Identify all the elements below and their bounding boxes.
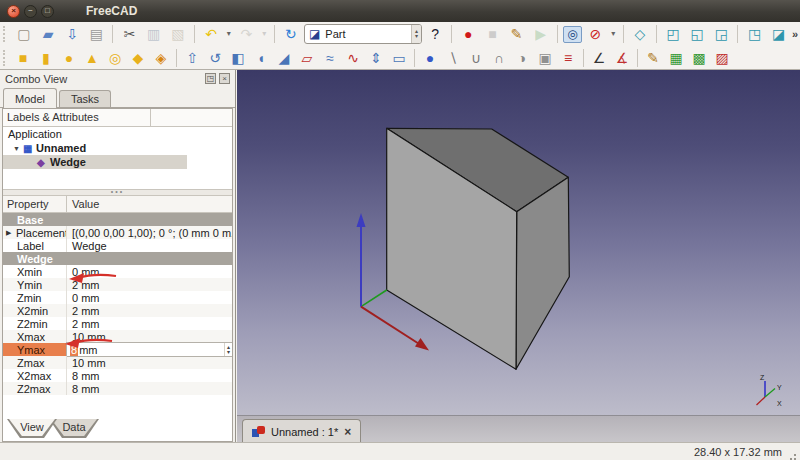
part-thickness-button[interactable]: ▭ — [388, 48, 410, 68]
property-row-zmin[interactable]: Zmin0 mm — [3, 291, 232, 304]
property-value: 8 mm — [67, 382, 232, 395]
property-row-xmin[interactable]: Xmin0 mm — [3, 265, 232, 278]
save-document-button[interactable]: ⇩ — [61, 24, 83, 44]
property-row-x2max[interactable]: X2max8 mm — [3, 369, 232, 382]
measure-toggle-3d-button[interactable]: ▩ — [688, 48, 710, 68]
editor-unit-text: mm — [79, 344, 97, 356]
tree-item-application[interactable]: Application — [3, 127, 232, 141]
view-right-button[interactable]: ◲ — [710, 24, 732, 44]
property-group-label: Wedge — [3, 252, 53, 265]
refresh-button[interactable]: ↻ — [280, 24, 302, 44]
window-close-button[interactable]: × — [7, 5, 20, 18]
part-create-primitives-button[interactable]: ◆ — [127, 48, 149, 68]
property-row-label[interactable]: LabelWedge — [3, 239, 232, 252]
measure-linear-button[interactable]: ∠ — [588, 48, 610, 68]
view-fit-all-button[interactable]: ◎ — [563, 26, 583, 43]
view-rear-button[interactable]: ◳ — [743, 24, 765, 44]
toolbar-overflow-button[interactable]: » — [792, 28, 798, 40]
property-row-ymin[interactable]: Ymin2 mm — [3, 278, 232, 291]
view-front-button[interactable]: ◰ — [662, 24, 684, 44]
panel-float-icon[interactable]: ◳ — [205, 73, 216, 84]
workbench-selector-spinner[interactable]: ▴▾ — [411, 25, 421, 43]
property-row-x2min[interactable]: X2min2 mm — [3, 304, 232, 317]
property-row-z2max[interactable]: Z2max8 mm — [3, 382, 232, 395]
document-tab-close-icon[interactable]: × — [344, 425, 351, 439]
part-ruled-surface-button[interactable]: ▱ — [296, 48, 318, 68]
part-boolean-button[interactable]: ● — [419, 48, 441, 68]
part-extrude-button[interactable]: ⇧ — [181, 48, 203, 68]
measure-angular-button[interactable]: ∡ — [611, 48, 633, 68]
tab-tasks[interactable]: Tasks — [59, 90, 111, 108]
whats-this-button[interactable]: ? — [424, 24, 446, 44]
toolbar-separator — [583, 49, 584, 67]
part-shape-builder-button[interactable]: ◈ — [150, 48, 172, 68]
toolbar-drag-handle[interactable] — [3, 50, 8, 66]
tree-item-wedge[interactable]: ◆ Wedge — [3, 155, 187, 169]
panel-splitter[interactable]: ••• — [3, 189, 232, 196]
tree-expander-icon[interactable]: ▼ — [13, 145, 23, 152]
macro-play-button: ▶ — [530, 24, 552, 44]
expander-icon[interactable]: ▶ — [6, 229, 16, 237]
part-torus-button[interactable]: ◎ — [104, 48, 126, 68]
macro-edit-button[interactable]: ✎ — [505, 24, 527, 44]
print-button[interactable]: ▤ — [85, 24, 107, 44]
property-group-base: Base — [3, 213, 232, 226]
part-loft-button[interactable]: ≈ — [319, 48, 341, 68]
panel-close-icon[interactable]: × — [219, 73, 230, 84]
property-row-z2min[interactable]: Z2min2 mm — [3, 317, 232, 330]
part-box-button[interactable]: ■ — [12, 48, 34, 68]
title-bar: × − □ FreeCAD — [0, 0, 800, 23]
value-spinner[interactable]: ▴▾ — [224, 343, 232, 356]
part-fillet-button[interactable]: ◖ — [250, 48, 272, 68]
property-row-xmax[interactable]: Xmax10 mm — [3, 330, 232, 343]
part-workbench-cube-icon: ◪ — [309, 27, 320, 41]
new-document-button[interactable]: ▢ — [13, 24, 35, 44]
toolbar-separator — [637, 49, 638, 67]
measure-refresh-button[interactable]: ✎ — [642, 48, 664, 68]
view-axonometric-button[interactable]: ◇ — [629, 24, 651, 44]
part-compound-button[interactable]: ▣ — [534, 48, 556, 68]
part-union-button[interactable]: ∪ — [465, 48, 487, 68]
property-name: Ymin — [17, 279, 42, 291]
window-title: FreeCAD — [86, 4, 137, 18]
draw-style-button[interactable]: ⊘ — [584, 24, 606, 44]
view-top-button[interactable]: ◱ — [686, 24, 708, 44]
part-cylinder-button[interactable]: ▮ — [35, 48, 57, 68]
property-value: 2 mm — [67, 304, 232, 317]
draw-style-dropdown-button[interactable]: ▾ — [609, 24, 618, 44]
property-value-editor[interactable]: 8 mm▴▾ — [67, 343, 232, 356]
part-revolve-button[interactable]: ↺ — [204, 48, 226, 68]
part-section-button[interactable]: ◑ — [511, 48, 533, 68]
3d-viewport[interactable]: Z Y X — [237, 70, 800, 415]
part-cone-button[interactable]: ▲ — [81, 48, 103, 68]
property-row-placement[interactable]: ▶Placement[(0,00 0,00 1,00); 0 °; (0 mm … — [3, 226, 232, 239]
tree-item-unnamed[interactable]: ▼ ▦ Unnamed — [3, 141, 232, 155]
macro-record-button[interactable]: ● — [457, 24, 479, 44]
property-row-zmax[interactable]: Zmax10 mm — [3, 356, 232, 369]
part-sphere-button[interactable]: ● — [58, 48, 80, 68]
measure-toggle-all-button[interactable]: ▦ — [665, 48, 687, 68]
part-cut-button[interactable]: ∖ — [442, 48, 464, 68]
window-minimize-button[interactable]: − — [24, 5, 37, 18]
part-offset-button[interactable]: ⇕ — [365, 48, 387, 68]
property-row-ymax[interactable]: Ymax8 mm▴▾ — [3, 343, 232, 356]
open-document-button[interactable]: ▰ — [37, 24, 59, 44]
part-sweep-button[interactable]: ∿ — [342, 48, 364, 68]
part-intersection-button[interactable]: ∩ — [488, 48, 510, 68]
measure-clear-button[interactable]: ▨ — [711, 48, 733, 68]
resize-grip[interactable] — [794, 454, 796, 456]
document-tab[interactable]: Unnamed : 1* × — [242, 419, 361, 443]
part-mirror-button[interactable]: ◧ — [227, 48, 249, 68]
window-maximize-button[interactable]: □ — [41, 5, 54, 18]
part-chamfer-button[interactable]: ◢ — [273, 48, 295, 68]
toolbar-drag-handle[interactable] — [3, 26, 8, 42]
view-bottom-button[interactable]: ◪ — [768, 24, 790, 44]
mini-axis-indicator-icon: Z Y X — [757, 374, 783, 407]
undo-dropdown-button[interactable]: ▾ — [224, 24, 233, 44]
tab-view[interactable]: View — [7, 419, 57, 438]
cut-button[interactable]: ✂ — [118, 24, 140, 44]
tab-model[interactable]: Model — [3, 88, 57, 108]
undo-button[interactable]: ↶ — [200, 24, 222, 44]
workbench-selector[interactable]: ◪Part▴▾ — [304, 24, 422, 44]
part-cross-sections-button[interactable]: ≡ — [557, 48, 579, 68]
